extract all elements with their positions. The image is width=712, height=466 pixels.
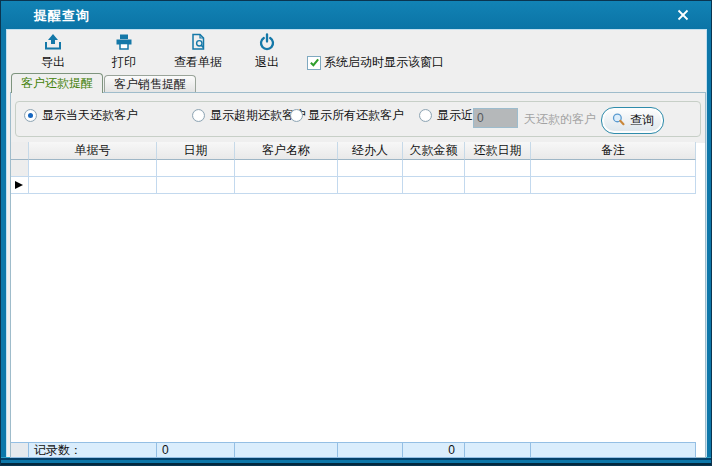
table-cell[interactable] [531,177,696,194]
row-selector-cell[interactable] [11,177,29,194]
print-button[interactable]: 打印 [94,33,154,73]
export-button[interactable]: 导出 [23,33,83,73]
table-cell[interactable] [403,177,465,194]
row-selector-cell[interactable] [11,160,29,177]
status-selector-cell [11,443,29,458]
days-suffix-label: 天还款的客户 [524,111,596,128]
tab-customer-sales-reminder[interactable]: 客户销售提醒 [104,75,196,93]
table-cell[interactable] [29,160,157,177]
column-header-remarks[interactable]: 备注 [531,142,696,160]
table-cell[interactable] [235,160,338,177]
show-on-startup-label: 系统启动时显示该窗口 [324,54,444,71]
status-cell [531,443,696,458]
column-header-handler[interactable]: 经办人 [338,142,403,160]
tab-repayment-label: 客户还款提醒 [21,75,93,92]
table-row-current[interactable] [11,177,696,194]
export-label: 导出 [41,54,65,71]
amount-total-value: 0 [403,443,465,458]
table-cell[interactable] [465,177,531,194]
show-on-startup-checkbox[interactable]: 系统启动时显示该窗口 [307,54,444,71]
table-row[interactable] [11,160,696,177]
radio-recent-label: 显示近 [437,107,473,124]
window-title: 提醒查询 [34,7,90,25]
repayment-tab-page: 显示当天还款客户 显示超期还款客户 显示所有还款客户 显示近 天还款的客户 [10,92,706,458]
status-cell [235,443,338,458]
window-bottom-border [1,457,711,465]
radio-show-today[interactable]: 显示当天还款客户 [24,105,138,125]
radio-icon [192,109,205,122]
column-header-amount-owed[interactable]: 欠款金额 [403,142,465,160]
repayment-table: 单据号 日期 客户名称 经办人 欠款金额 还款日期 备注 [11,142,696,194]
radio-show-overdue[interactable]: 显示超期还款客户 [192,105,306,125]
radio-show-recent-days[interactable]: 显示近 [419,105,473,125]
record-count-label: 记录数： [29,443,157,458]
status-cell [465,443,531,458]
current-row-marker-icon [15,181,23,189]
table-cell[interactable] [531,160,696,177]
exit-label: 退出 [255,54,279,71]
query-button[interactable]: 查询 [601,107,664,134]
exit-power-icon [258,33,276,51]
reminder-query-window: 提醒查询 导出 打印 查看单据 [0,0,712,466]
column-header-customer-name[interactable]: 客户名称 [235,142,338,160]
days-input[interactable] [473,108,518,128]
status-row: 记录数： 0 0 [11,442,696,458]
row-selector-header [11,142,29,160]
radio-icon [419,109,432,122]
filter-bar: 显示当天还款客户 显示超期还款客户 显示所有还款客户 显示近 天还款的客户 [11,93,705,143]
table-cell[interactable] [403,160,465,177]
radio-today-label: 显示当天还款客户 [42,107,138,124]
table-cell[interactable] [235,177,338,194]
titlebar[interactable]: 提醒查询 [1,1,711,29]
print-label: 打印 [112,54,136,71]
tab-sales-label: 客户销售提醒 [114,76,186,93]
table-cell[interactable] [465,160,531,177]
magnifier-icon [611,112,626,130]
table-cell[interactable] [29,177,157,194]
query-button-label: 查询 [630,112,654,129]
export-icon [44,33,62,51]
view-document-button[interactable]: 查看单据 [161,33,235,73]
column-header-document-no[interactable]: 单据号 [29,142,157,160]
record-count-value: 0 [157,443,235,458]
view-document-icon [189,33,207,51]
print-icon [115,33,133,51]
table-cell[interactable] [338,160,403,177]
radio-icon [290,109,303,122]
status-cell [338,443,403,458]
view-document-label: 查看单据 [174,54,222,71]
table-header-row: 单据号 日期 客户名称 经办人 欠款金额 还款日期 备注 [11,142,696,160]
column-header-date[interactable]: 日期 [157,142,235,160]
column-header-repayment-date[interactable]: 还款日期 [465,142,531,160]
radio-selected-icon [24,109,37,122]
table-cell[interactable] [157,160,235,177]
radio-show-all[interactable]: 显示所有还款客户 [290,105,404,125]
table-cell[interactable] [157,177,235,194]
table-cell[interactable] [338,177,403,194]
checkbox-checked-icon [307,56,321,70]
exit-button[interactable]: 退出 [237,33,297,73]
radio-all-label: 显示所有还款客户 [308,107,404,124]
client-area: 导出 打印 查看单据 退出 系统启动时显示该窗口 [6,29,707,459]
close-icon[interactable] [675,7,691,23]
tab-customer-repayment-reminder[interactable]: 客户还款提醒 [11,73,103,93]
